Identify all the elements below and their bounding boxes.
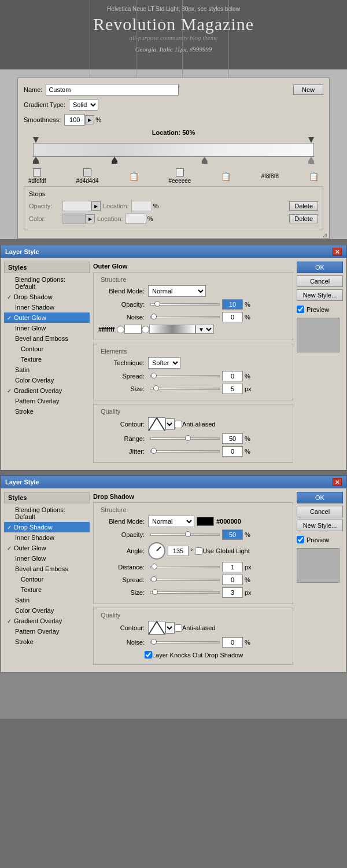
sidebar-item-blending-2[interactable]: Blending Options: Default bbox=[4, 505, 90, 522]
color-stop-0[interactable] bbox=[33, 157, 39, 164]
noise-input-2[interactable] bbox=[222, 637, 243, 648]
gradient-preview-1[interactable] bbox=[149, 325, 195, 334]
spread-slider-2[interactable] bbox=[150, 579, 220, 581]
cancel-btn-1[interactable]: Cancel bbox=[297, 275, 343, 287]
gradient-type-select[interactable]: Solid bbox=[69, 99, 98, 111]
noise-input-1[interactable] bbox=[222, 312, 243, 322]
contour-dropdown-2[interactable]: ▼ bbox=[165, 622, 175, 634]
sidebar-item-contour-2[interactable]: Contour bbox=[4, 574, 90, 584]
anti-aliased-check-1[interactable] bbox=[175, 421, 182, 428]
preview-checkbox-1[interactable] bbox=[297, 306, 304, 313]
color-stop-1[interactable] bbox=[112, 157, 117, 164]
color-preview-box[interactable] bbox=[62, 214, 86, 224]
sidebar-item-inner-shadow-1[interactable]: Inner Shadow bbox=[4, 302, 90, 312]
new-style-btn-1[interactable]: New Style... bbox=[297, 289, 343, 301]
cancel-btn-2[interactable]: Cancel bbox=[297, 506, 343, 517]
opacity-slider-1[interactable] bbox=[150, 303, 220, 306]
color-radio-gradient-1[interactable] bbox=[142, 326, 149, 333]
sidebar-item-gradient-overlay-1[interactable]: Gradient Overlay bbox=[4, 385, 90, 396]
noise-slider-1[interactable] bbox=[150, 316, 220, 318]
sidebar-item-inner-glow-1[interactable]: Inner Glow bbox=[4, 323, 90, 333]
new-button[interactable]: New bbox=[293, 84, 323, 95]
noise-slider-2[interactable] bbox=[150, 641, 220, 643]
use-global-light-check-2[interactable] bbox=[195, 547, 202, 555]
technique-select-1[interactable]: Softer bbox=[148, 357, 180, 369]
opacity-stop-right[interactable] bbox=[308, 137, 314, 143]
color-swatch-1[interactable] bbox=[124, 325, 142, 334]
spread-input-2[interactable] bbox=[222, 575, 243, 585]
sidebar-item-stroke-1[interactable]: Stroke bbox=[4, 406, 90, 417]
sidebar-item-outer-glow-1[interactable]: Outer Glow bbox=[4, 312, 90, 323]
sidebar-item-satin-2[interactable]: Satin bbox=[4, 595, 90, 605]
ls-close-btn-1[interactable]: ✕ bbox=[333, 248, 342, 256]
color-delete-btn[interactable]: Delete bbox=[289, 214, 318, 223]
distance-slider-2[interactable] bbox=[150, 566, 220, 568]
color-location-input[interactable] bbox=[125, 214, 146, 224]
color-radio-solid-1[interactable] bbox=[117, 326, 124, 333]
size-input-1[interactable] bbox=[222, 384, 243, 394]
sidebar-item-pattern-overlay-2[interactable]: Pattern Overlay bbox=[4, 626, 90, 637]
opacity-input-2[interactable] bbox=[222, 529, 243, 540]
contour-dropdown-1[interactable]: ▼ bbox=[165, 418, 175, 430]
size-slider-2[interactable] bbox=[150, 591, 220, 594]
copy-icon-3[interactable]: 📋 bbox=[309, 172, 319, 181]
color-triangle[interactable]: ▶ bbox=[86, 214, 95, 223]
smoothness-stepper[interactable]: ▶ bbox=[85, 115, 94, 124]
opacity-location-input[interactable] bbox=[131, 201, 152, 211]
spread-slider-1[interactable] bbox=[150, 375, 220, 377]
jitter-input-1[interactable] bbox=[222, 446, 243, 457]
opacity-delete-btn[interactable]: Delete bbox=[289, 201, 318, 211]
blend-mode-select-1[interactable]: Normal bbox=[148, 285, 206, 297]
opacity-stop-left[interactable] bbox=[33, 137, 39, 143]
sidebar-item-texture-2[interactable]: Texture bbox=[4, 584, 90, 595]
sidebar-item-bevel-1[interactable]: Bevel and Emboss bbox=[4, 333, 90, 344]
size-slider-1[interactable] bbox=[150, 388, 220, 390]
color-stop-2[interactable] bbox=[202, 157, 208, 164]
spread-input-1[interactable] bbox=[222, 371, 243, 381]
angle-dial-2[interactable] bbox=[148, 542, 165, 560]
distance-input-2[interactable] bbox=[222, 562, 243, 572]
ls-close-btn-2[interactable]: ✕ bbox=[333, 478, 342, 486]
range-slider-1[interactable] bbox=[150, 437, 220, 440]
angle-input-2[interactable] bbox=[168, 546, 189, 556]
ok-btn-1[interactable]: OK bbox=[297, 262, 343, 273]
sidebar-item-bevel-2[interactable]: Bevel and Emboss bbox=[4, 564, 90, 574]
contour-preview-2[interactable] bbox=[148, 621, 165, 635]
sidebar-item-gradient-overlay-2[interactable]: Gradient Overlay bbox=[4, 616, 90, 626]
sidebar-item-color-overlay-2[interactable]: Color Overlay bbox=[4, 605, 90, 616]
sidebar-item-blending-1[interactable]: Blending Options: Default bbox=[4, 274, 90, 292]
sidebar-item-inner-shadow-2[interactable]: Inner Shadow bbox=[4, 532, 90, 543]
anti-aliased-check-2[interactable] bbox=[175, 624, 182, 632]
sidebar-item-contour-1[interactable]: Contour bbox=[4, 344, 90, 354]
copy-icon-2[interactable]: 📋 bbox=[221, 172, 231, 181]
ok-btn-2[interactable]: OK bbox=[297, 492, 343, 503]
new-style-btn-2[interactable]: New Style... bbox=[297, 520, 343, 531]
gradient-type-dropdown-1[interactable]: ▼ bbox=[195, 325, 214, 334]
contour-preview-1[interactable] bbox=[148, 417, 165, 431]
sidebar-item-satin-1[interactable]: Satin bbox=[4, 365, 90, 375]
swatch-0[interactable] bbox=[33, 168, 41, 176]
blend-color-swatch-2[interactable] bbox=[197, 517, 214, 526]
preview-checkbox-2[interactable] bbox=[297, 536, 304, 543]
sidebar-item-color-overlay-1[interactable]: Color Overlay bbox=[4, 375, 90, 385]
name-input[interactable] bbox=[46, 84, 179, 95]
opacity-slider-2[interactable] bbox=[150, 534, 220, 536]
jitter-slider-1[interactable] bbox=[150, 450, 220, 453]
smoothness-input[interactable] bbox=[64, 114, 85, 126]
resize-handle[interactable]: ⊿ bbox=[322, 231, 328, 237]
sidebar-item-drop-shadow-1[interactable]: Drop Shadow bbox=[4, 292, 90, 302]
sidebar-item-texture-1[interactable]: Texture bbox=[4, 354, 90, 365]
sidebar-item-drop-shadow-2[interactable]: Drop Shadow bbox=[4, 522, 90, 532]
range-input-1[interactable] bbox=[222, 433, 243, 444]
opacity-input-1[interactable] bbox=[222, 299, 243, 310]
sidebar-item-pattern-overlay-1[interactable]: Pattern Overlay bbox=[4, 396, 90, 406]
swatch-2[interactable] bbox=[176, 168, 184, 176]
blend-mode-select-2[interactable]: Normal bbox=[148, 516, 194, 527]
copy-icon[interactable]: 📋 bbox=[129, 172, 139, 181]
sidebar-item-inner-glow-2[interactable]: Inner Glow bbox=[4, 553, 90, 564]
gradient-bar[interactable] bbox=[33, 143, 314, 157]
swatch-1[interactable] bbox=[83, 168, 91, 176]
opacity-triangle[interactable]: ▶ bbox=[91, 201, 101, 211]
color-stop-3[interactable] bbox=[308, 157, 314, 164]
sidebar-item-outer-glow-2[interactable]: Outer Glow bbox=[4, 543, 90, 553]
